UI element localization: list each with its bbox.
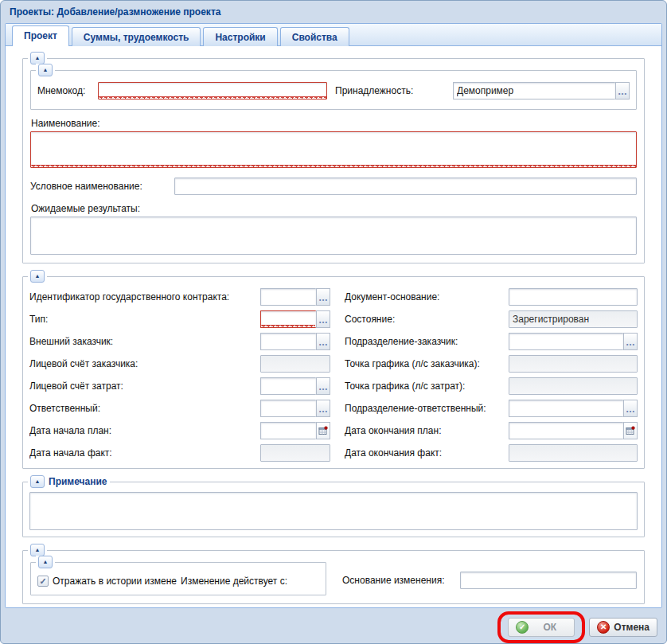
end-date-plan-field: [509, 422, 638, 439]
mnemo-field: [98, 82, 327, 100]
end-date-plan-label: Дата окончания план:: [330, 425, 509, 436]
state-label: Состояние:: [330, 314, 509, 325]
collapse-toggle-icon[interactable]: ▲: [30, 52, 45, 64]
annotation-highlight: ✓ ОК: [497, 611, 585, 643]
end-date-fact-label: Дата окончания факт:: [330, 447, 509, 459]
ellipsis-trigger-icon[interactable]: …: [316, 377, 330, 395]
schedule-point-customer-label: Точка графика (л/с заказчика):: [330, 358, 509, 369]
collapse-toggle-icon[interactable]: ▲: [30, 270, 45, 283]
expected-results-label: Ожидаемые результаты:: [31, 203, 637, 214]
section-main: ▲ ▲ Мнемокод: Принадлежность:: [22, 58, 645, 263]
change-reason-label: Основание изменения:: [342, 575, 460, 586]
section-note: ▲ Примечание: [22, 482, 645, 537]
belonging-field: …: [453, 82, 630, 100]
ellipsis-trigger-icon[interactable]: …: [623, 400, 638, 417]
section-history-inner: ▲ ✓ Отражать в истории измене Изменение …: [30, 562, 326, 595]
project-dialog-window: Проекты: Добавление/размножение проекта …: [0, 0, 667, 644]
name-field: [30, 131, 637, 168]
mnemo-input[interactable]: [98, 82, 327, 100]
section-main-inner: ▲ Мнемокод: Принадлежность: …: [30, 70, 637, 110]
conditional-name-input[interactable]: [174, 178, 637, 195]
change-effective-label: Изменение действует с:: [181, 576, 287, 587]
ok-button[interactable]: ✓ ОК: [508, 618, 575, 637]
section-main-legend: ▲: [28, 52, 47, 64]
type-input[interactable]: [260, 310, 316, 328]
gov-contract-id-input[interactable]: [260, 288, 316, 306]
tab-content-project: ▲ ▲ Мнемокод: Принадлежность:: [6, 46, 661, 607]
start-date-fact-input: [260, 444, 330, 462]
cancel-button-label: Отмена: [614, 622, 649, 633]
ellipsis-trigger-icon[interactable]: …: [615, 82, 630, 100]
section-history-inner-legend: ▲: [36, 556, 55, 568]
conditional-name-label: Условное наименование:: [30, 181, 174, 192]
ok-button-label: ОК: [532, 622, 567, 633]
gov-contract-id-label: Идентификатор государственного контракта…: [29, 291, 260, 302]
responsible-department-input[interactable]: [509, 400, 623, 417]
titlebar: Проекты: Добавление/размножение проекта: [5, 1, 662, 23]
cost-account-label: Лицевой счёт затрат:: [29, 381, 260, 392]
collapse-toggle-icon[interactable]: ▲: [30, 475, 45, 488]
history-checkbox-label: Отражать в истории измене: [53, 576, 177, 587]
tab-sums-labor[interactable]: Суммы, трудоемкость: [72, 27, 201, 46]
cost-account-field: …: [260, 377, 330, 395]
name-label: Наименование:: [31, 118, 637, 129]
note-textarea[interactable]: [29, 492, 638, 530]
date-trigger[interactable]: [316, 422, 330, 439]
change-reason-input[interactable]: [460, 572, 637, 589]
ellipsis-trigger-icon[interactable]: …: [316, 333, 330, 350]
collapse-toggle-icon[interactable]: ▲: [30, 544, 45, 556]
external-customer-input[interactable]: [260, 333, 316, 350]
ellipsis-trigger-icon[interactable]: …: [316, 310, 330, 328]
collapse-toggle-icon[interactable]: ▲: [38, 556, 53, 568]
basis-document-label: Документ-основание:: [330, 291, 509, 302]
cancel-button[interactable]: ✕ Отмена: [589, 618, 657, 637]
end-date-plan-input[interactable]: [509, 422, 623, 439]
expected-results-textarea[interactable]: [30, 217, 637, 255]
customer-account-label: Лицевой счёт заказчика:: [29, 358, 260, 369]
responsible-field: …: [260, 400, 330, 417]
customer-account-input: [260, 355, 330, 373]
start-date-plan-label: Дата начала план:: [29, 425, 260, 436]
tab-settings[interactable]: Настройки: [203, 27, 277, 46]
customer-department-input[interactable]: [509, 333, 623, 350]
tab-properties[interactable]: Свойства: [280, 27, 349, 46]
history-checkbox[interactable]: ✓: [37, 576, 49, 587]
tab-project[interactable]: Проект: [12, 25, 69, 46]
section-details: ▲ Идентификатор государственного контрак…: [22, 276, 645, 469]
start-date-fact-label: Дата начала факт:: [29, 447, 260, 459]
basis-document-input[interactable]: [509, 288, 638, 306]
date-trigger[interactable]: [623, 422, 638, 439]
schedule-point-cost-label: Точка графика (л/с затрат):: [330, 381, 509, 392]
section-main-inner-legend: ▲: [36, 64, 55, 76]
belonging-label: Принадлежность:: [335, 85, 453, 96]
customer-department-label: Подразделение-заказчик:: [330, 336, 509, 347]
schedule-point-customer-input: [509, 355, 638, 373]
collapse-toggle-icon[interactable]: ▲: [38, 64, 53, 76]
start-date-plan-input[interactable]: [260, 422, 316, 439]
type-label: Тип:: [29, 314, 260, 325]
cancel-cross-icon: ✕: [597, 621, 610, 634]
gov-contract-id-field: …: [260, 288, 330, 306]
ellipsis-trigger-icon[interactable]: …: [316, 288, 330, 306]
checkmark-icon: ✓: [39, 576, 46, 587]
type-field: …: [260, 310, 330, 328]
window-title: Проекты: Добавление/размножение проекта: [10, 6, 220, 18]
tab-bar: Проект Суммы, трудоемкость Настройки Сво…: [6, 24, 661, 46]
responsible-label: Ответственный:: [29, 403, 260, 414]
ellipsis-trigger-icon[interactable]: …: [316, 400, 330, 417]
responsible-department-label: Подразделение-ответственный:: [330, 403, 509, 414]
belonging-input[interactable]: [453, 82, 615, 100]
section-note-legend: ▲ Примечание: [28, 475, 110, 488]
calendar-icon: [318, 426, 328, 435]
ellipsis-trigger-icon[interactable]: …: [623, 333, 638, 350]
end-date-fact-input: [509, 444, 638, 462]
ok-check-icon: ✓: [516, 621, 529, 634]
note-legend-text: Примечание: [49, 476, 107, 487]
name-textarea[interactable]: [30, 131, 637, 168]
cost-account-input[interactable]: [260, 377, 316, 395]
responsible-input[interactable]: [260, 400, 316, 417]
section-history: ▲ ▲ ✓ Отражать в истории измене Изменени…: [22, 550, 645, 604]
schedule-point-cost-input: [509, 377, 638, 395]
mnemo-label: Мнемокод:: [37, 85, 98, 96]
calendar-icon: [626, 426, 635, 435]
